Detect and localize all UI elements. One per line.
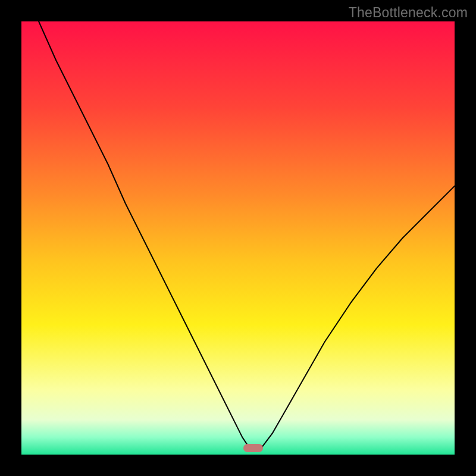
watermark-text: TheBottleneck.com xyxy=(349,5,468,21)
optimal-marker xyxy=(243,444,263,453)
bottleneck-curve xyxy=(21,21,455,455)
plot-area xyxy=(21,21,455,455)
chart-frame: TheBottleneck.com xyxy=(0,0,476,476)
